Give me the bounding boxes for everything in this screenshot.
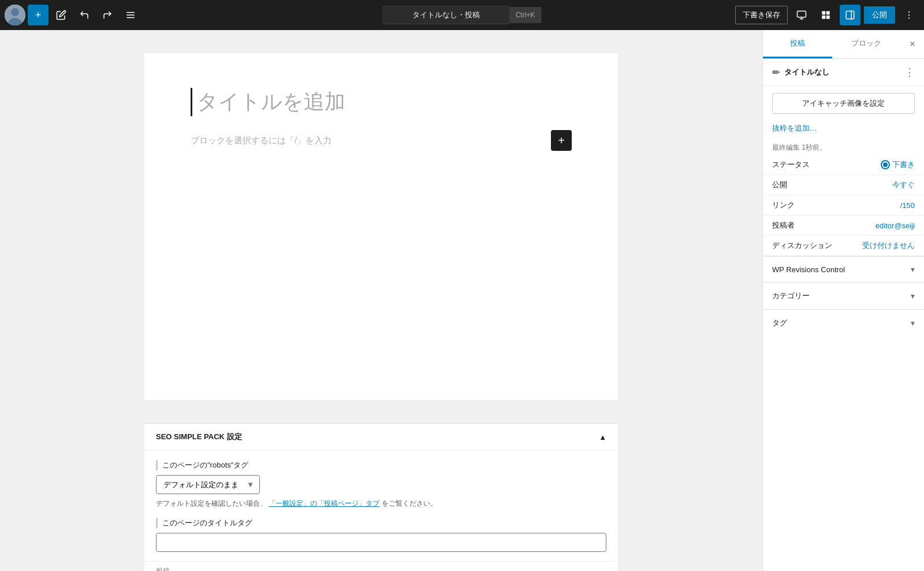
svg-rect-6	[798, 11, 806, 17]
tab-block[interactable]: ブロック	[832, 30, 901, 58]
sidebar-toggle-button[interactable]	[840, 5, 860, 25]
seo-panel-body: このページの"robots"タグ デフォルト設定のまま index, follo…	[144, 451, 618, 561]
sidebar-close-button[interactable]: ×	[901, 30, 924, 58]
preview-button[interactable]	[791, 5, 812, 25]
seo-title-label: このページのタイトルタグ	[156, 518, 606, 528]
svg-rect-12	[826, 16, 830, 19]
search-shortcut: Ctrl+K	[510, 7, 542, 23]
placeholder-text: ブロックを選択するには「/」を入力	[191, 135, 331, 146]
seo-robots-select[interactable]: デフォルト設定のまま index, follow noindex, follow…	[156, 475, 260, 494]
svg-rect-10	[826, 11, 830, 14]
publish-row: 公開 今すぐ	[763, 175, 924, 195]
link-row: リンク /150	[763, 195, 924, 216]
seo-panel-collapse-icon: ▲	[599, 433, 606, 442]
author-value[interactable]: editor@seiji	[875, 221, 915, 230]
sidebar-tabs: 投稿 ブロック ×	[763, 30, 924, 59]
publish-value[interactable]: 今すぐ	[892, 180, 915, 190]
author-label: 投稿者	[772, 220, 795, 231]
post-edit-icon: ✏	[772, 67, 780, 78]
status-dot-icon	[881, 160, 890, 169]
revisions-arrow-icon: ▾	[911, 265, 915, 274]
tags-title: タグ	[772, 318, 787, 328]
more-options-button[interactable]	[899, 5, 919, 25]
link-label: リンク	[772, 200, 795, 210]
toolbar-right: 下書き保存 公開	[735, 5, 919, 25]
sidebar-post-name: タイトルなし	[784, 67, 829, 77]
post-title-input[interactable]: タイトルを追加	[191, 88, 572, 116]
svg-point-15	[908, 12, 910, 13]
revisions-title: WP Revisions Control	[772, 265, 845, 274]
svg-point-1	[11, 8, 19, 16]
seo-hint: デフォルト設定を確認したい場合、 「一般設定」の「投稿ページ」タブ をご覧くださ…	[156, 499, 606, 509]
save-draft-button[interactable]: 下書き保存	[735, 6, 788, 24]
toolbar: + タイトルなし・投稿 Ctrl+K 下書き保存	[0, 0, 924, 30]
discussion-row: ディスカッション 受け付けません	[763, 236, 924, 256]
seo-select-wrapper[interactable]: デフォルト設定のまま index, follow noindex, follow…	[156, 475, 260, 494]
revisions-accordion: WP Revisions Control ▾	[763, 256, 924, 282]
excerpt-link[interactable]: 抜粋を追加…	[772, 124, 817, 132]
tags-accordion: タグ ▾	[763, 309, 924, 336]
categories-title: カテゴリー	[772, 291, 810, 301]
sidebar: 投稿 ブロック × ✏ タイトルなし ⋮ アイキャッチ画像を設定 抜粋を追加… …	[762, 30, 924, 571]
block-placeholder[interactable]: ブロックを選択するには「/」を入力 +	[191, 130, 572, 151]
add-block-inline-button[interactable]: +	[551, 130, 572, 151]
discussion-value[interactable]: 受け付けません	[862, 240, 915, 251]
editor-scroll[interactable]: タイトルを追加 ブロックを選択するには「/」を入力 + SEO SIMPLE P…	[0, 30, 762, 571]
redo-button[interactable]	[97, 5, 118, 25]
seo-settings-link[interactable]: 「一般設定」の「投稿ページ」タブ	[269, 499, 379, 507]
seo-panel-wrapper: SEO SIMPLE PACK 設定 ▲ このページの"robots"タグ デフ…	[144, 423, 618, 571]
tags-arrow-icon: ▾	[911, 318, 915, 328]
seo-robots-label: このページの"robots"タグ	[156, 460, 606, 470]
main-area: タイトルを追加 ブロックを選択するには「/」を入力 + SEO SIMPLE P…	[0, 30, 924, 571]
add-block-button[interactable]: +	[28, 5, 49, 25]
categories-arrow-icon: ▾	[911, 291, 915, 301]
publish-label: 公開	[772, 180, 787, 190]
author-row: 投稿者 editor@seiji	[763, 216, 924, 236]
status-row: ステータス 下書き	[763, 155, 924, 175]
editor-area[interactable]: タイトルを追加 ブロックを選択するには「/」を入力 + SEO SIMPLE P…	[0, 30, 762, 571]
seo-panel-title: SEO SIMPLE PACK 設定	[156, 432, 242, 442]
search-bar[interactable]: タイトルなし・投稿 Ctrl+K	[383, 6, 542, 24]
user-avatar[interactable]	[5, 5, 25, 25]
menu-button[interactable]	[120, 5, 141, 25]
tags-accordion-header[interactable]: タグ ▾	[763, 310, 924, 336]
edit-button[interactable]	[51, 5, 72, 25]
seo-panel: SEO SIMPLE PACK 設定 ▲ このページの"robots"タグ デフ…	[144, 423, 618, 571]
link-value[interactable]: /150	[900, 201, 915, 210]
editor-canvas: タイトルを追加 ブロックを選択するには「/」を入力 +	[144, 53, 618, 400]
revisions-accordion-header[interactable]: WP Revisions Control ▾	[763, 257, 924, 282]
publish-button[interactable]: 公開	[864, 6, 895, 24]
sidebar-post-title-group: ✏ タイトルなし	[772, 67, 829, 78]
view-toggle-button[interactable]	[815, 5, 836, 25]
svg-rect-13	[846, 11, 854, 19]
last-edited-text: 最終編集 1秒前。	[763, 138, 924, 155]
featured-image-button[interactable]: アイキャッチ画像を設定	[772, 93, 915, 114]
status-label: ステータス	[772, 160, 810, 170]
tab-post[interactable]: 投稿	[763, 30, 832, 58]
search-input[interactable]: タイトルなし・投稿	[383, 6, 510, 24]
seo-panel-header[interactable]: SEO SIMPLE PACK 設定 ▲	[144, 424, 618, 451]
categories-accordion: カテゴリー ▾	[763, 282, 924, 309]
status-value[interactable]: 下書き	[881, 160, 915, 170]
sidebar-post-header: ✏ タイトルなし ⋮	[763, 59, 924, 86]
svg-rect-9	[822, 11, 825, 14]
seo-title-input[interactable]	[156, 533, 606, 552]
svg-point-17	[908, 17, 910, 18]
undo-button[interactable]	[74, 5, 95, 25]
bottom-label: 投稿	[144, 561, 618, 571]
categories-accordion-header[interactable]: カテゴリー ▾	[763, 283, 924, 309]
sidebar-more-button[interactable]: ⋮	[904, 66, 915, 79]
discussion-label: ディスカッション	[772, 240, 832, 251]
status-dot-inner	[883, 162, 888, 167]
svg-rect-11	[822, 16, 825, 19]
svg-point-16	[908, 14, 910, 16]
